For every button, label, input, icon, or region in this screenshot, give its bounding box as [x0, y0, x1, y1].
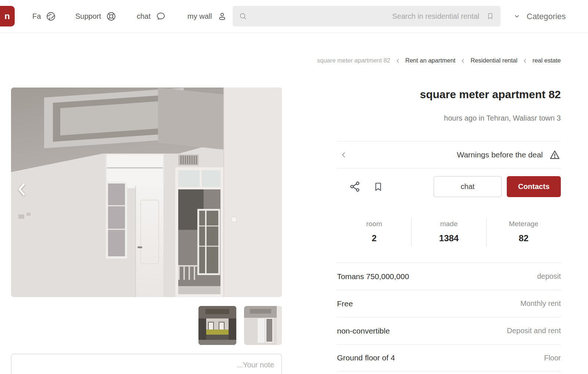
- attribute-row-deposit: Tomans 750,000,000 deposit: [337, 263, 561, 290]
- photo-wall-outlet: [18, 214, 24, 219]
- bookmark-button[interactable]: [373, 181, 384, 193]
- listing-stats: room 2 made 1384 Meterage 82: [337, 218, 561, 246]
- stat-made: made 1384: [411, 218, 486, 246]
- listing-attributes: Tomans 750,000,000 deposit Free Monthly …: [337, 263, 561, 371]
- photo-wall-outlet: [26, 213, 31, 216]
- stat-value: 1384: [412, 233, 486, 243]
- bookmark-icon: [373, 181, 384, 192]
- nav-my-wall[interactable]: my wall: [187, 0, 227, 33]
- listing-posted-info: hours ago in Tehran, Waliasr town 3: [337, 114, 561, 122]
- share-icon: [349, 181, 361, 193]
- photo-interior-window: [106, 181, 127, 259]
- attribute-label: Monthly rent: [520, 299, 561, 308]
- attribute-value: Ground floor of 4: [337, 353, 395, 362]
- attribute-label: Deposit and rent: [507, 327, 561, 335]
- gallery-thumbnail-1[interactable]: [198, 306, 236, 345]
- nav-language[interactable]: Fa: [32, 0, 56, 33]
- stat-label: room: [337, 220, 411, 228]
- stat-meterage: Meterage 82: [486, 218, 561, 246]
- search-bar: [233, 6, 501, 26]
- chevron-left-icon: [340, 151, 347, 158]
- attribute-row-monthly-rent: Free Monthly rent: [337, 290, 561, 317]
- photo-door-handle: [137, 246, 142, 248]
- stat-value: 2: [337, 233, 411, 243]
- note-box: [11, 354, 282, 374]
- photo-right-wall: [223, 88, 282, 297]
- stat-label: made: [412, 220, 486, 228]
- listing-main-photo[interactable]: [11, 88, 282, 297]
- attribute-label: deposit: [537, 272, 561, 281]
- lifebuoy-icon: [106, 11, 116, 21]
- photo-opening-ceiling-line: [107, 167, 163, 168]
- gallery-prev-button[interactable]: [15, 182, 28, 198]
- warnings-label: Warnings before the deal: [457, 150, 543, 159]
- photo-vent-grille: [178, 154, 199, 165]
- stat-label: Meterage: [487, 220, 561, 228]
- search-input[interactable]: [233, 6, 501, 26]
- photo-light-switch: [232, 217, 237, 222]
- attribute-value: Free: [337, 299, 353, 308]
- categories-menu[interactable]: Categories: [514, 0, 566, 33]
- attribute-row-floor: Ground floor of 4 Floor: [337, 344, 561, 371]
- gallery-thumbnail-2[interactable]: [244, 306, 282, 345]
- site-logo[interactable]: n: [0, 6, 15, 26]
- share-button[interactable]: [349, 181, 361, 194]
- chevron-left-icon: [16, 182, 27, 197]
- attribute-label: Floor: [544, 354, 561, 362]
- globe-icon: [46, 11, 56, 21]
- warning-triangle-icon: [549, 149, 561, 161]
- site-logo-text: n: [4, 11, 10, 21]
- contacts-button[interactable]: Contacts: [507, 176, 561, 197]
- photo-exterior-floor: [178, 286, 220, 294]
- nav-chat[interactable]: chat: [137, 0, 166, 33]
- nav-chat-label: chat: [137, 12, 151, 21]
- listing-title: square meter apartment 82: [337, 88, 561, 101]
- photo-exterior-window: [197, 209, 220, 275]
- photo-door: [135, 186, 164, 297]
- photo-doorway: [175, 167, 223, 297]
- categories-label: Categories: [527, 12, 566, 21]
- nav-my-wall-label: my wall: [187, 12, 212, 21]
- attribute-row-deposit-and-rent: non-convertible Deposit and rent: [337, 317, 561, 344]
- note-input[interactable]: [11, 354, 282, 374]
- listing-details-panel: square meter apartment 82 hours ago in T…: [337, 0, 561, 374]
- photo-balcony-rail: [178, 265, 198, 280]
- photo-ceiling-soffit: [158, 88, 223, 150]
- photo-door-panel: [140, 200, 159, 264]
- stat-room: room 2: [337, 218, 411, 246]
- user-icon: [217, 11, 227, 21]
- top-navbar: n Fa Support chat my wall: [0, 0, 588, 33]
- attribute-value: Tomans 750,000,000: [337, 272, 409, 281]
- attribute-value: non-convertible: [337, 327, 390, 335]
- chat-button[interactable]: chat: [434, 176, 502, 197]
- chevron-down-icon: [514, 13, 520, 19]
- listing-actions: chat Contacts: [337, 176, 561, 197]
- stat-value: 82: [487, 233, 561, 243]
- chat-bubble-icon: [156, 11, 166, 21]
- warnings-row[interactable]: Warnings before the deal: [337, 141, 561, 168]
- bookmark-icon[interactable]: [486, 12, 494, 20]
- nav-support[interactable]: Support: [75, 0, 116, 33]
- photo-transom-window: [178, 170, 220, 189]
- nav-support-label: Support: [75, 12, 101, 21]
- page: n Fa Support chat my wall: [0, 0, 588, 374]
- nav-language-label: Fa: [32, 12, 41, 21]
